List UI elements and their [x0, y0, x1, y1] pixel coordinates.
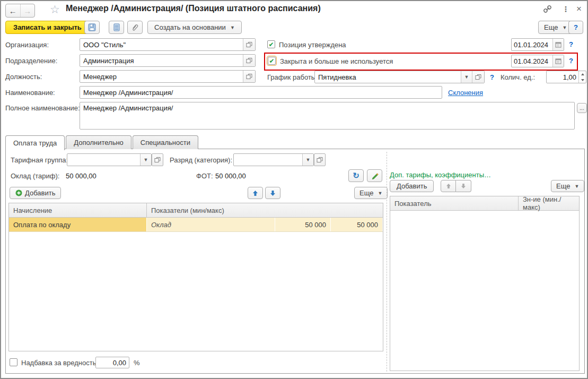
quantity-stepper[interactable] [578, 71, 586, 83]
chevron-down-icon: ▼ [562, 25, 567, 30]
tariff-group-combo[interactable]: ▼ [67, 153, 152, 166]
department-input[interactable] [80, 55, 243, 66]
chevron-down-icon[interactable]: ▼ [140, 154, 151, 166]
close-icon[interactable]: × [576, 4, 582, 14]
move-down-button[interactable] [265, 187, 280, 199]
favorite-star-icon[interactable]: ☆ [50, 3, 60, 16]
extra-tariffs-link[interactable]: Доп. тарифы, коэффициенты… [390, 171, 491, 179]
move-up-button[interactable] [248, 187, 263, 199]
salary-value: 50 000,00 [66, 172, 96, 180]
get-link-icon[interactable] [543, 5, 552, 14]
position-field[interactable] [80, 70, 256, 83]
indicator-cell[interactable]: Оклад [147, 218, 275, 231]
indicator-max-cell[interactable]: 50 000 [331, 218, 383, 231]
grade-input[interactable] [234, 154, 302, 166]
accruals-table: Начисление Показатели (мин/макс) Оплата … [8, 203, 383, 351]
help-button[interactable]: ? [568, 21, 583, 34]
quantity-label: Колич. ед.: [501, 73, 535, 81]
column-header-value[interactable]: Зн-ие (мин./макс) [519, 196, 579, 210]
approved-date-input[interactable] [512, 39, 552, 50]
calendar-icon[interactable] [552, 55, 564, 67]
more-menu-icon[interactable]: ⋮ [562, 5, 569, 13]
closed-checkbox[interactable]: ✔ [268, 57, 276, 65]
accruals-more-button[interactable]: Еще▼ [354, 187, 388, 199]
attachments-button[interactable] [127, 21, 143, 34]
approved-checkbox[interactable]: ✔ [267, 40, 275, 48]
move-up-button-disabled[interactable] [441, 180, 456, 192]
schedule-combo[interactable]: ▼ [314, 71, 485, 83]
add-indicator-button[interactable]: Добавить [390, 180, 434, 192]
tariff-group-input[interactable] [67, 154, 140, 166]
hazard-label: Надбавка за вредность [21, 359, 96, 367]
organization-input[interactable] [80, 39, 243, 50]
back-icon[interactable]: ← [6, 4, 21, 17]
position-input[interactable] [80, 71, 243, 82]
edit-button[interactable] [367, 169, 382, 182]
full-name-textarea[interactable]: Менеджер /Администрация/ [80, 102, 575, 130]
approved-help[interactable]: ? [569, 40, 573, 48]
save-close-button[interactable]: Записать и закрыть [5, 21, 90, 34]
grade-combo[interactable]: ▼ [233, 153, 314, 166]
accruals-table-header: Начисление Показатели (мин/макс) [9, 203, 383, 218]
calendar-icon[interactable] [552, 39, 564, 50]
schedule-input[interactable] [315, 71, 461, 83]
chevron-down-icon[interactable]: ▼ [302, 154, 313, 166]
table-row[interactable]: Оплата по окладу Оклад 50 000 50 000 [9, 218, 383, 232]
expand-text-button[interactable]: ... [577, 103, 587, 113]
approved-label: Позиция утверждена [279, 41, 346, 49]
plus-icon [15, 190, 22, 196]
quantity-input[interactable] [547, 71, 578, 83]
hazard-field[interactable] [95, 357, 129, 368]
tab-additional[interactable]: Дополнительно [66, 135, 131, 149]
form-window: ← → ☆ Менеджер /Администрация/ (Позиция … [0, 0, 588, 379]
closed-date-input[interactable] [512, 55, 552, 67]
indicators-more-button[interactable]: Еще▼ [551, 180, 584, 192]
chevron-down-icon: ▼ [378, 191, 382, 196]
refresh-button[interactable]: ↻ [348, 169, 364, 182]
schedule-help[interactable]: ? [490, 73, 494, 81]
indicator-min-cell[interactable]: 50 000 [275, 218, 331, 231]
department-field[interactable] [80, 54, 256, 67]
name-input[interactable] [80, 87, 442, 98]
panel-splitter[interactable] [387, 152, 387, 372]
hazard-input[interactable] [96, 357, 129, 368]
column-header-indicators[interactable]: Показатели (мин/макс) [147, 203, 383, 217]
column-header-accrual[interactable]: Начисление [9, 203, 147, 217]
open-icon[interactable] [472, 71, 484, 83]
open-icon[interactable] [314, 153, 326, 166]
save-icon-button[interactable] [84, 21, 100, 34]
salary-label: Оклад (тариф): [11, 172, 59, 180]
open-icon[interactable] [152, 153, 163, 166]
accrual-cell[interactable]: Оплата по окладу [9, 218, 147, 231]
column-header-indicator[interactable]: Показатель [390, 196, 519, 210]
tab-salary[interactable]: Оплата труда [5, 135, 65, 150]
open-icon[interactable] [243, 71, 255, 82]
tab-specialties[interactable]: Специальности [133, 135, 198, 149]
arrow-up-icon [446, 183, 451, 189]
forward-icon[interactable]: → [21, 4, 35, 17]
move-down-button-disabled[interactable] [456, 180, 471, 192]
add-accrual-button[interactable]: Добавить [10, 187, 61, 199]
arrow-down-icon [461, 183, 466, 189]
hazard-unit: % [134, 359, 140, 367]
create-based-on-button[interactable]: Создать на основании▼ [147, 21, 242, 34]
open-icon[interactable] [243, 39, 255, 50]
department-label: Подразделение: [5, 57, 57, 65]
organization-label: Организация: [5, 41, 49, 49]
declensions-link[interactable]: Склонения [448, 89, 483, 97]
name-field[interactable] [80, 86, 442, 99]
register-icon [113, 23, 120, 31]
hazard-checkbox[interactable] [10, 358, 17, 366]
closed-date-field[interactable] [511, 55, 564, 67]
closed-help[interactable]: ? [569, 57, 573, 65]
position-label: Должность: [5, 73, 42, 81]
closed-label: Закрыта и больше не используется [280, 57, 393, 65]
quantity-field[interactable] [546, 71, 586, 83]
chevron-down-icon: ▼ [230, 25, 235, 30]
document-register-button[interactable] [109, 21, 124, 34]
open-icon[interactable] [243, 55, 255, 66]
toolbar-more-button[interactable]: Еще▼ [538, 21, 573, 34]
approved-date-field[interactable] [511, 38, 564, 51]
organization-field[interactable] [80, 38, 256, 51]
chevron-down-icon[interactable]: ▼ [461, 71, 472, 83]
